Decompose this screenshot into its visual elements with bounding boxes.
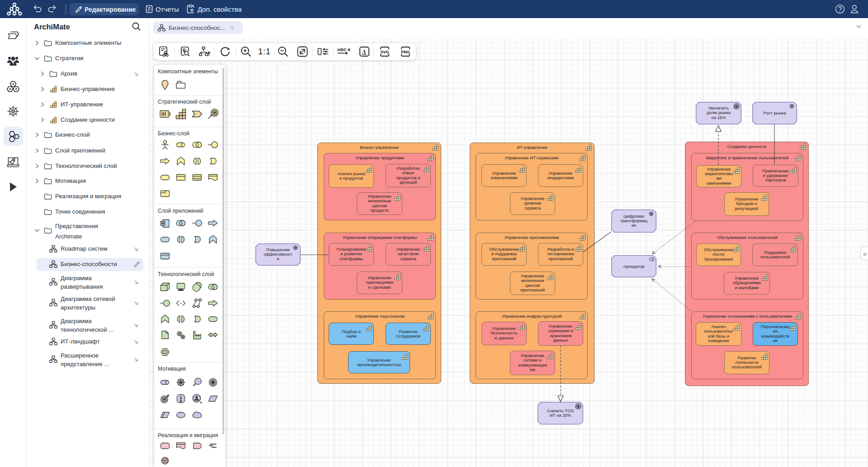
svg-text:A: A — [362, 48, 366, 55]
svg-text:PNG: PNG — [401, 50, 410, 54]
svg-text:ABC: ABC — [337, 47, 347, 52]
svg-text:SVG: SVG — [380, 50, 389, 54]
